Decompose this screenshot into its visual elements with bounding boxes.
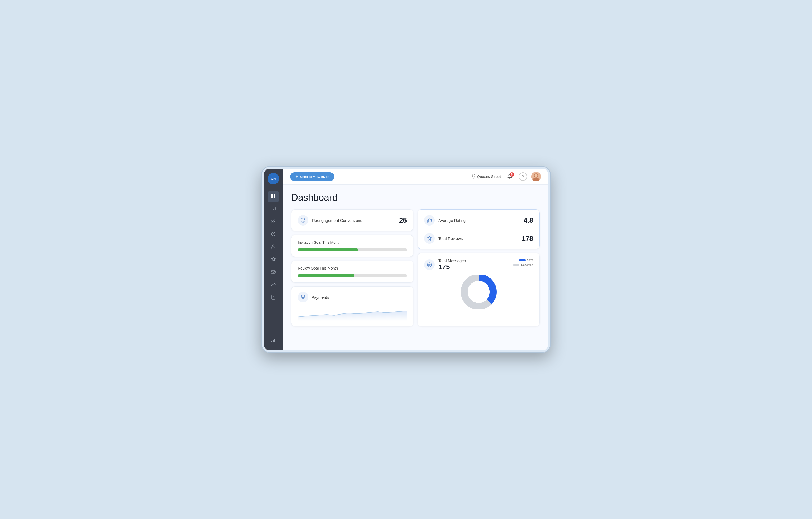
star-icon	[271, 256, 276, 263]
reports-icon	[271, 295, 276, 301]
sidebar-item-history[interactable]	[267, 229, 279, 240]
thumbsup-icon-circle	[424, 215, 435, 225]
main-content: ✈ Send Review Invite Queens Street	[283, 169, 548, 350]
sidebar-item-team[interactable]	[267, 241, 279, 253]
received-label: Received	[521, 263, 533, 266]
svg-rect-3	[273, 196, 276, 198]
total-reviews-label: Total Reviews	[438, 236, 518, 241]
send-invite-button[interactable]: ✈ Send Review Invite	[290, 173, 335, 181]
contacts-icon	[271, 219, 276, 225]
help-button[interactable]: ?	[519, 173, 527, 181]
svg-point-8	[272, 220, 273, 222]
sent-dot	[519, 260, 525, 261]
received-legend: Received	[513, 263, 533, 266]
location-text: Queens Street	[477, 175, 501, 179]
notification-badge: 5	[510, 173, 514, 177]
svg-rect-2	[271, 196, 273, 198]
messages-icon	[271, 206, 276, 213]
svg-point-11	[272, 245, 274, 247]
invitation-progress-bar	[298, 248, 407, 251]
total-reviews-value: 178	[522, 235, 533, 243]
chat-icon-circle	[424, 260, 435, 270]
header-right: Queens Street 5 ?	[471, 172, 541, 181]
messages-card: Total Messages 175 Sent	[417, 253, 540, 326]
messages-legend: Sent Received	[513, 258, 533, 266]
left-column: Reengagement Conversions 25 Invitation G…	[291, 210, 413, 326]
sidebar: DH	[264, 169, 283, 350]
team-icon	[271, 244, 276, 250]
sidebar-item-dashboard[interactable]	[267, 191, 279, 203]
messages-left: Total Messages 175	[424, 258, 466, 271]
sent-label: Sent	[527, 258, 533, 262]
svg-point-7	[273, 210, 274, 210]
svg-point-5	[272, 210, 273, 210]
ratings-card: Average Rating 4.8 Total Revie	[417, 210, 540, 249]
svg-rect-18	[273, 340, 274, 342]
svg-rect-1	[273, 194, 276, 196]
messages-card-header: Total Messages 175 Sent	[424, 258, 533, 271]
messages-value: 175	[438, 263, 466, 271]
email-icon	[271, 269, 276, 276]
reengagement-value: 25	[399, 216, 407, 224]
svg-point-9	[274, 220, 275, 221]
reengagement-icon	[298, 215, 308, 225]
sidebar-item-reviews[interactable]	[267, 254, 279, 266]
payments-sparkline	[298, 305, 407, 321]
sidebar-bottom-bar-chart[interactable]	[267, 335, 279, 346]
svg-rect-17	[271, 341, 272, 342]
card-divider	[424, 229, 533, 230]
invitation-goal-card: Invitation Goal This Month	[291, 235, 413, 257]
svg-rect-28	[427, 220, 428, 222]
star-icon-circle	[424, 233, 435, 244]
sidebar-item-email[interactable]	[267, 267, 279, 278]
location-tag: Queens Street	[471, 174, 501, 180]
average-rating-value: 4.8	[524, 216, 533, 224]
messages-label: Total Messages	[438, 258, 466, 263]
payments-header: Payments	[298, 292, 407, 302]
send-icon: ✈	[295, 175, 298, 178]
app-logo[interactable]: DH	[267, 173, 279, 184]
dashboard-icon	[271, 193, 276, 200]
dashboard-area: Dashboard	[283, 185, 548, 350]
review-goal-title: Review Goal This Month	[298, 266, 407, 270]
average-rating-row: Average Rating 4.8	[424, 215, 533, 225]
device-frame: DH	[261, 166, 551, 353]
svg-point-32	[468, 281, 490, 303]
average-rating-label: Average Rating	[438, 218, 520, 223]
svg-point-29	[427, 263, 432, 267]
sidebar-item-reports[interactable]	[267, 292, 279, 303]
svg-point-25	[301, 218, 305, 222]
payments-card: Payments	[291, 286, 413, 326]
donut-chart	[424, 275, 533, 309]
review-goal-card: Review Goal This Month	[291, 261, 413, 283]
location-icon	[471, 174, 476, 180]
svg-point-6	[273, 210, 273, 210]
received-dot	[513, 264, 520, 266]
user-avatar[interactable]	[531, 172, 541, 181]
header: ✈ Send Review Invite Queens Street	[283, 169, 548, 185]
invitation-progress-fill	[298, 248, 358, 251]
notifications-button[interactable]: 5	[505, 172, 515, 181]
review-progress-fill	[298, 274, 354, 277]
review-progress-bar	[298, 274, 407, 277]
svg-rect-19	[274, 339, 276, 342]
svg-point-24	[535, 174, 538, 177]
history-icon	[271, 231, 276, 238]
sidebar-item-analytics[interactable]	[267, 279, 279, 291]
sidebar-item-messages[interactable]	[267, 204, 279, 215]
sent-legend: Sent	[519, 258, 533, 262]
payments-icon	[298, 292, 308, 302]
right-column: Average Rating 4.8 Total Revie	[417, 210, 540, 326]
app-container: DH	[264, 169, 548, 350]
invitation-goal-title: Invitation Goal This Month	[298, 240, 407, 244]
reengagement-card: Reengagement Conversions 25	[291, 210, 413, 231]
reengagement-label: Reengagement Conversions	[312, 218, 396, 223]
page-title: Dashboard	[291, 192, 540, 203]
payments-label: Payments	[312, 295, 407, 300]
total-reviews-row: Total Reviews 178	[424, 233, 533, 244]
sidebar-item-contacts[interactable]	[267, 216, 279, 228]
dashboard-grid: Reengagement Conversions 25 Invitation G…	[291, 210, 540, 326]
svg-rect-0	[271, 194, 273, 196]
svg-rect-12	[271, 271, 276, 273]
svg-point-20	[473, 175, 474, 176]
